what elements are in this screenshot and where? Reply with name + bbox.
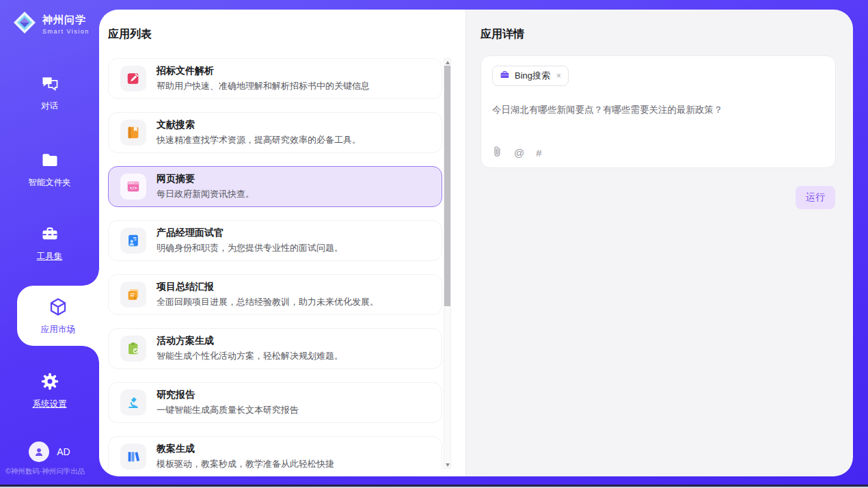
browser-code-icon: </> [120,174,146,200]
svg-text:</>: </> [130,185,137,190]
sidebar: 神州问学 Smart Vision 对话 智能文件夹 [0,0,99,488]
app-card-event-plan[interactable]: 活动方案生成 智能生成个性化活动方案，轻松解决规划难题。 [108,328,442,369]
brand-subtitle: Smart Vision [42,28,90,35]
app-card-lesson-plan[interactable]: 教案生成 模板驱动，教案秒成，教学准备从此轻松快捷 [108,436,442,470]
run-button[interactable]: 运行 [796,186,835,209]
books-icon [120,444,146,470]
scrollbar-down-arrow-icon[interactable] [444,461,450,468]
gear-icon [40,372,59,394]
app-list: 招标文件解析 帮助用户快速、准确地理解和解析招标书中的关键信息 文献搜索 快速精… [108,58,442,470]
folder-icon [40,150,59,172]
clipboard-check-icon [120,336,146,362]
chat-icon [40,74,59,96]
active-tab-curve-top [83,269,99,286]
sidebar-item-smart-folder[interactable]: 智能文件夹 [0,150,99,189]
active-tab-curve-bottom [83,346,99,362]
paperclip-icon[interactable] [492,146,502,160]
app-card-web-summary[interactable]: </> 网页摘要 每日政府新闻资讯快查。 [108,166,442,207]
app-name: 产品经理面试官 [157,227,343,239]
app-list-panel: 应用列表 招标文件解析 帮助用户快速、准确地理解和解析招标书中的关键信息 [99,10,465,476]
app-card-pm-interviewer[interactable]: 产品经理面试官 明确身份和职责，为您提供专业性的面试问题。 [108,220,442,261]
brand-diamond-icon [12,10,38,38]
app-name: 项目总结汇报 [157,281,379,293]
app-desc: 快速精准查找学术资源，提高研究效率的必备工具。 [157,134,361,146]
app-detail-title: 应用详情 [480,27,524,42]
close-icon[interactable]: × [556,71,561,81]
interviewer-icon [120,228,146,254]
book-icon [120,120,146,146]
app-card-project-summary[interactable]: 项目总结汇报 全面回顾项目进展，总结经验教训，助力未来优化发展。 [108,274,442,315]
app-list-scrollbar[interactable] [444,58,451,469]
app-name: 招标文件解析 [157,65,370,77]
brand-logo: 神州问学 Smart Vision [12,10,90,38]
app-name: 研究报告 [157,389,299,401]
app-name: 活动方案生成 [157,335,343,347]
cube-icon [48,297,68,320]
app-detail-panel: 应用详情 Bing搜索 × 今日湖北有哪些新闻要点？有哪些需要关注的最新政策？ [465,10,853,476]
sidebar-item-chat[interactable]: 对话 [0,74,99,112]
hash-icon[interactable]: # [536,148,541,158]
user-row[interactable]: AD [0,442,99,462]
main-content: 应用列表 招标文件解析 帮助用户快速、准确地理解和解析招标书中的关键信息 [99,10,853,476]
briefcase-icon [500,70,510,83]
tool-chip-bing-search[interactable]: Bing搜索 × [492,66,569,86]
doc-edit-icon [120,66,146,92]
app-desc: 帮助用户快速、准确地理解和解析招标书中的关键信息 [157,80,370,92]
app-name: 教案生成 [157,443,334,455]
app-card-literature-search[interactable]: 文献搜索 快速精准查找学术资源，提高研究效率的必备工具。 [108,112,442,153]
avatar [29,442,49,462]
prompt-toolbar: @ # [492,146,542,160]
app-desc: 全面回顾项目进展，总结经验教训，助力未来优化发展。 [157,296,379,308]
app-card-research-report[interactable]: 研究报告 一键智能生成高质量长文本研究报告 [108,382,442,423]
at-icon[interactable]: @ [514,148,524,158]
sidebar-item-label: 智能文件夹 [28,177,71,189]
app-desc: 每日政府新闻资讯快查。 [157,188,254,200]
toolbox-icon [40,224,59,246]
user-name: AD [57,446,70,457]
prompt-card[interactable]: Bing搜索 × 今日湖北有哪些新闻要点？有哪些需要关注的最新政策？ @ # [480,55,836,168]
sidebar-item-label: 工具集 [37,251,63,262]
sidebar-item-toolset[interactable]: 工具集 [0,224,99,262]
app-name: 文献搜索 [157,119,361,131]
microscope-icon [120,390,146,416]
app-desc: 一键智能生成高质量长文本研究报告 [157,404,299,416]
sidebar-item-label: 系统设置 [33,398,67,410]
sidebar-item-label: 应用市场 [41,324,75,336]
scrollbar-thumb[interactable] [444,66,450,306]
prompt-text[interactable]: 今日湖北有哪些新闻要点？有哪些需要关注的最新政策？ [492,104,824,116]
app-desc: 模板驱动，教案秒成，教学准备从此轻松快捷 [157,458,334,470]
sidebar-item-settings[interactable]: 系统设置 [0,372,99,410]
notes-icon [120,282,146,308]
app-desc: 明确身份和职责，为您提供专业性的面试问题。 [157,242,343,254]
app-name: 网页摘要 [157,173,254,185]
app-list-title: 应用列表 [108,27,152,42]
copyright-text: ©神州数码·神州问学出品 [5,467,101,476]
sidebar-item-label: 对话 [41,100,58,112]
sidebar-item-app-market[interactable]: 应用市场 [17,286,99,346]
tool-chip-label: Bing搜索 [515,70,550,82]
app-desc: 智能生成个性化活动方案，轻松解决规划难题。 [157,350,343,362]
app-card-bid-parse[interactable]: 招标文件解析 帮助用户快速、准确地理解和解析招标书中的关键信息 [108,58,442,99]
brand-name: 神州问学 [42,14,90,27]
scrollbar-up-arrow-icon[interactable] [444,59,450,66]
